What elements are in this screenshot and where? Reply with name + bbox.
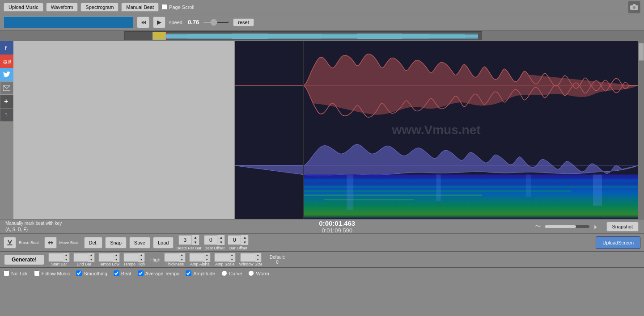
amp-alpha-up[interactable]: ▲ [204,253,210,257]
filename-input[interactable]: Grieg_Violin-Sonata-in-C-minor_Kreisler-… [4,17,133,28]
amp-alpha-down[interactable]: ▼ [204,257,210,262]
beats-per-bar-down[interactable]: ▼ [192,240,199,245]
start-bar-up[interactable]: ▲ [63,253,69,257]
waveform-panel[interactable]: www.Vmus.net [235,41,638,219]
time-total: 0:01:09.590 [322,227,352,234]
tempo-high-value[interactable] [124,255,138,260]
thickness-arrows: ▲ ▼ [179,253,185,262]
end-bar-input[interactable]: ▲ ▼ [73,253,95,262]
bar-offset-input[interactable]: ▲ ▼ [228,235,249,245]
overview-container[interactable] [124,31,482,40]
tempo-high-up[interactable]: ▲ [138,253,144,257]
waveform-button[interactable]: Waveform [46,3,78,12]
worm-label[interactable]: Worm [248,270,269,276]
window-size-up[interactable]: ▲ [255,253,261,257]
average-tempo-checkbox[interactable] [138,270,144,276]
upload-screen-button[interactable]: UploadScreen [596,236,640,249]
reset-button[interactable]: reset [233,18,254,26]
right-scrollbar[interactable] [638,41,644,219]
rewind-button[interactable]: ⏮ [137,17,149,28]
end-bar-up[interactable]: ▲ [88,253,94,257]
beats-per-bar-value[interactable] [179,237,191,243]
del-button[interactable]: Del. [84,237,103,249]
smoothing-label[interactable]: Smoothing [76,270,107,276]
thickness-down[interactable]: ▼ [179,257,185,262]
start-bar-input[interactable]: ▲ ▼ [48,253,70,262]
tempo-low-input[interactable]: ▲ ▼ [98,253,120,262]
curve-radio[interactable] [221,270,227,276]
window-size-value[interactable] [241,255,255,260]
amp-scale-arrows: ▲ ▼ [229,253,235,262]
load-button[interactable]: Load [153,237,174,249]
smoothing-checkbox[interactable] [76,270,82,276]
save-button[interactable]: Save [129,237,150,249]
end-bar-down[interactable]: ▼ [88,257,94,262]
amp-scale-up[interactable]: ▲ [229,253,235,257]
svg-rect-12 [465,35,478,38]
beat-offset-down[interactable]: ▼ [217,240,225,245]
tempo-low-up[interactable]: ▲ [113,253,119,257]
camera-icon[interactable] [628,1,640,13]
tempo-low-down[interactable]: ▼ [113,257,119,262]
move-beat-button[interactable] [44,237,57,249]
amp-scale-input[interactable]: ▲ ▼ [214,253,236,262]
default-label: Default: [270,255,285,260]
bar-offset-up[interactable]: ▲ [241,235,248,240]
amp-alpha-value[interactable] [190,255,204,260]
erase-beat-button[interactable] [4,237,16,249]
email-icon[interactable] [0,81,13,95]
bar-offset-down[interactable]: ▼ [241,240,248,245]
scrollbar-thumb[interactable] [639,43,644,61]
bar-offset-value[interactable] [228,237,241,243]
start-bar-down[interactable]: ▼ [63,257,69,262]
beats-per-bar-up[interactable]: ▲ [192,235,199,240]
volume-slider[interactable] [545,225,589,228]
beat-offset-value[interactable] [204,237,217,243]
end-bar-value[interactable] [74,255,88,260]
beat-label[interactable]: Beat [114,270,131,276]
curve-label[interactable]: Curve [221,270,242,276]
upload-music-button[interactable]: Upload Music [4,3,43,12]
page-scroll-label[interactable]: Page Scroll [161,4,194,10]
no-tick-label[interactable]: No Tick [4,270,28,276]
follow-music-label[interactable]: Follow Music [34,270,70,276]
tempo-low-value[interactable] [99,255,113,260]
snap-button[interactable]: Snap [105,237,127,249]
window-size-down[interactable]: ▼ [255,257,261,262]
worm-radio[interactable] [248,270,254,276]
no-tick-checkbox[interactable] [4,270,9,276]
amp-scale-down[interactable]: ▼ [229,257,235,262]
thickness-up[interactable]: ▲ [179,253,185,257]
average-tempo-label[interactable]: Average Tempo [138,270,180,276]
generate-button[interactable]: Generate! [4,254,45,265]
beats-per-bar-input[interactable]: ▲ ▼ [178,235,199,245]
speed-slider[interactable] [203,21,229,23]
beat-offset-input[interactable]: ▲ ▼ [204,235,225,245]
weibo-icon[interactable]: 微博 [0,55,13,68]
play-button[interactable]: ▶ [153,17,165,28]
facebook-icon[interactable]: f [0,41,13,55]
speed-label: speed [169,20,182,25]
beat-checkbox[interactable] [114,270,119,276]
thickness-input[interactable]: ▲ ▼ [164,253,186,262]
thickness-value[interactable] [165,255,179,260]
add-icon[interactable]: + [0,95,13,108]
beat-offset-up[interactable]: ▲ [217,235,225,240]
help-icon[interactable]: ? [0,108,13,122]
amp-alpha-input[interactable]: ▲ ▼ [189,253,211,262]
amplitude-label[interactable]: Amplitude [186,270,215,276]
speed-value: 0.76 [188,19,199,25]
tempo-high-input[interactable]: ▲ ▼ [123,253,145,262]
tempo-high-down[interactable]: ▼ [138,257,144,262]
manual-beat-button[interactable]: Manual Beat [121,3,159,12]
snapshot-button[interactable]: Snapshot [606,222,639,232]
spectrogram-button[interactable]: Spectrogram [80,3,119,12]
amp-scale-value[interactable] [215,255,229,260]
waveform-cursor [303,41,304,219]
follow-music-checkbox[interactable] [34,270,40,276]
page-scroll-checkbox[interactable] [161,4,167,10]
start-bar-value[interactable] [49,255,63,260]
amplitude-checkbox[interactable] [186,270,191,276]
window-size-input[interactable]: ▲ ▼ [240,253,262,262]
twitter-icon[interactable] [0,68,13,81]
